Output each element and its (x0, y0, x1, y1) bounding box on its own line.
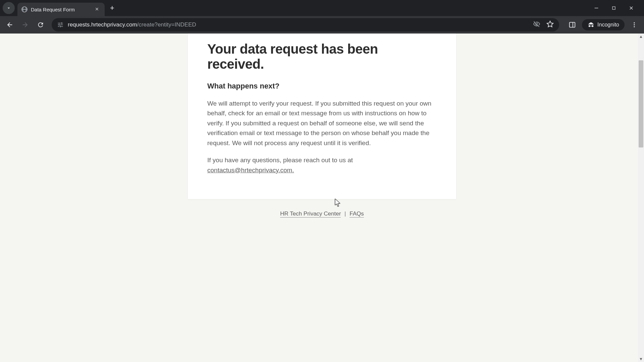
scroll-up-button[interactable]: ▲ (638, 34, 644, 40)
browser-toolbar: requests.hrtechprivacy.com/create?entity… (0, 16, 644, 34)
star-icon (546, 20, 554, 28)
paragraph-2-prefix: If you have any questions, please reach … (207, 157, 353, 164)
incognito-badge[interactable]: Incognito (582, 19, 625, 31)
close-window-button[interactable] (627, 3, 636, 13)
maximize-button[interactable] (609, 3, 619, 13)
window-controls (592, 3, 641, 13)
close-icon (95, 7, 99, 11)
reload-button[interactable] (34, 18, 47, 31)
incognito-icon (587, 21, 595, 28)
tune-icon (57, 21, 64, 28)
contact-email-link[interactable]: contactus@hrtechprivacy.com. (207, 167, 294, 174)
site-info-button[interactable] (57, 21, 64, 28)
arrow-left-icon (6, 21, 13, 28)
content-card: Your data request has been received. Wha… (188, 34, 456, 199)
svg-point-4 (634, 22, 635, 23)
browser-menu-button[interactable] (628, 18, 641, 31)
incognito-label: Incognito (597, 22, 619, 28)
paragraph-2: If you have any questions, please reach … (207, 155, 437, 175)
minimize-icon (594, 5, 599, 11)
svg-point-6 (634, 26, 635, 27)
page-title: Your data request has been received. (207, 42, 437, 72)
scrollbar-track[interactable]: ▲ ▼ (638, 34, 644, 362)
maximize-icon (611, 6, 616, 10)
reload-icon (37, 21, 44, 28)
panel-icon (569, 21, 576, 28)
scrollbar-thumb[interactable] (639, 60, 643, 147)
url-text[interactable]: requests.hrtechprivacy.com/create?entity… (68, 21, 529, 28)
close-icon (629, 5, 634, 11)
toolbar-right: Incognito (566, 18, 641, 31)
browser-chrome: Data Request Form + requests.hrtechpriva… (0, 0, 644, 34)
faqs-link[interactable]: FAQs (350, 210, 364, 218)
page-viewport: Your data request has been received. Wha… (0, 34, 644, 362)
url-host: requests.hrtechprivacy.com (68, 21, 137, 28)
side-panel-button[interactable] (566, 18, 579, 31)
forward-button[interactable] (19, 18, 32, 31)
close-tab-button[interactable] (93, 5, 101, 14)
subheading: What happens next? (207, 82, 437, 90)
address-bar[interactable]: requests.hrtechprivacy.com/create?entity… (52, 18, 559, 32)
eye-off-icon (533, 20, 540, 28)
tab-bar: Data Request Form + (0, 0, 644, 16)
eye-off-icon-button[interactable] (533, 20, 540, 29)
address-bar-actions (533, 20, 554, 29)
bookmark-button[interactable] (546, 20, 554, 29)
svg-rect-2 (570, 22, 575, 27)
dots-vertical-icon (631, 21, 638, 28)
new-tab-button[interactable]: + (106, 4, 118, 12)
tab-title: Data Request Form (31, 7, 90, 12)
svg-rect-0 (595, 8, 598, 8)
footer-links: HR Tech Privacy Center | FAQs (0, 199, 644, 229)
globe-icon (21, 6, 28, 12)
privacy-center-link[interactable]: HR Tech Privacy Center (280, 210, 341, 218)
minimize-button[interactable] (592, 3, 601, 13)
scroll-down-button[interactable]: ▼ (638, 356, 644, 362)
browser-tab[interactable]: Data Request Form (17, 3, 105, 16)
svg-point-5 (634, 24, 635, 25)
chevron-down-icon (6, 5, 11, 11)
url-path: /create?entity=INDEED (137, 21, 196, 28)
footer-separator: | (344, 210, 346, 217)
arrow-right-icon (21, 21, 29, 28)
back-button[interactable] (3, 18, 16, 31)
paragraph-1: We will attempt to verify your request. … (207, 99, 437, 148)
tab-search-button[interactable] (3, 2, 15, 14)
svg-rect-1 (612, 7, 615, 9)
